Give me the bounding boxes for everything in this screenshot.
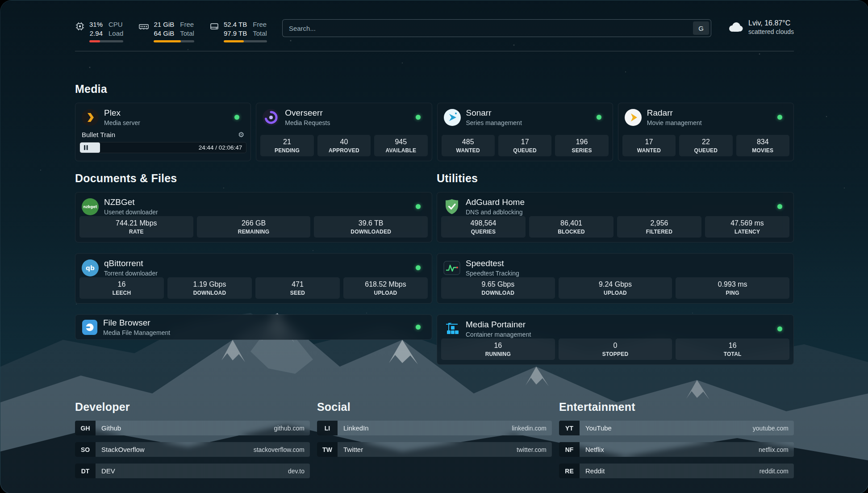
stat-series: 196 SERIES [555, 135, 608, 156]
cpu-icon [75, 21, 85, 31]
app-name-sonarr: Sonarr [466, 108, 522, 118]
app-name-filebrowser: File Browser [103, 318, 170, 328]
column-utilities: Utilities AdGuard Home DNS and adblocki [437, 172, 794, 376]
weather-location: Lviv, 16.87°C [748, 19, 794, 27]
cpu-label-1: CPU [108, 20, 123, 29]
overseerr-icon [262, 109, 280, 126]
cpu-label-2: Load [108, 29, 123, 38]
memory-label-2: Total [180, 29, 194, 38]
bookmark-abbr: DT [75, 464, 96, 478]
bookmark-name: StackOverflow [96, 446, 145, 453]
stat-available: 945 AVAILABLE [374, 135, 427, 156]
memory-label-1: Free [180, 20, 194, 29]
stat-stopped: 0 STOPPED [559, 338, 672, 360]
sonarr-icon [443, 109, 461, 126]
memory-widget: 21 GiB 64 GiB Free Total [138, 20, 194, 42]
app-name-radarr: Radarr [647, 108, 702, 118]
section-title-utilities: Utilities [437, 172, 794, 185]
plex-icon [81, 109, 99, 126]
bookmark-name: LinkedIn [338, 424, 369, 432]
status-dot-qbittorrent [416, 265, 421, 270]
playback-time: 24:44 / 02:06:47 [199, 144, 246, 151]
app-subtitle-adguard: DNS and adblocking [466, 209, 525, 216]
app-name-qbittorrent: qBittorrent [104, 259, 158, 268]
card-plex[interactable]: Plex Media server Bullet Train ⚙ [75, 103, 251, 161]
bookmark-url: twitter.com [517, 446, 552, 453]
disk-total: 97.9 TB [224, 29, 247, 38]
bookmarks-grid: Developer GH Github github.com SO StackO… [75, 401, 794, 485]
memory-icon [138, 21, 149, 31]
middle-columns: Documents & Files nzbget NZBGet Usenet d [75, 172, 794, 376]
card-sonarr[interactable]: Sonarr Series management 485 WANTED 17 Q… [437, 103, 613, 161]
section-title-entertainment: Entertainment [559, 401, 794, 414]
status-dot-overseerr [416, 115, 421, 120]
stat-queries: 498,564 QUERIES [441, 216, 526, 238]
search-provider-button[interactable]: G [693, 21, 709, 35]
app-subtitle-speedtest: Speedtest Tracking [466, 270, 519, 277]
card-radarr[interactable]: Radarr Movie management 17 WANTED 22 QUE… [618, 103, 794, 161]
status-dot-sonarr [597, 115, 601, 120]
cpu-usage-bar [89, 40, 123, 42]
cpu-widget: 31% 2.94 CPU Load [75, 20, 123, 42]
bookmark-url: youtube.com [753, 425, 794, 432]
app-name-overseerr: Overseerr [285, 108, 330, 118]
stat-latency: 47.569 ms LATENCY [705, 216, 789, 238]
now-playing-title: Bullet Train [82, 131, 115, 138]
stat-upload: 9.24 Gbps UPLOAD [559, 277, 672, 299]
bookmarks-developer: Developer GH Github github.com SO StackO… [75, 401, 310, 485]
gear-icon[interactable]: ⚙ [238, 131, 244, 138]
svg-text:qb: qb [86, 264, 95, 272]
app-subtitle-sonarr: Series management [466, 119, 522, 126]
memory-total: 64 GiB [154, 29, 174, 38]
stat-queued: 22 QUEUED [679, 135, 732, 156]
portainer-icon [443, 320, 461, 338]
card-qbittorrent[interactable]: qb qBittorrent Torrent downloader 16 LEE… [75, 253, 432, 304]
status-dot-nzbget [416, 204, 421, 209]
stat-ping: 0.993 ms PING [676, 277, 789, 299]
section-title-documents: Documents & Files [75, 172, 432, 185]
app-subtitle-portainer: Container management [466, 331, 531, 338]
bookmark-url: stackoverflow.com [254, 446, 310, 453]
app-subtitle-qbittorrent: Torrent downloader [104, 270, 158, 277]
card-filebrowser[interactable]: File Browser Media File Management [75, 314, 432, 340]
bookmark-dev[interactable]: DT DEV dev.to [75, 464, 310, 478]
stat-approved: 40 APPROVED [317, 135, 371, 156]
media-card-grid: Plex Media server Bullet Train ⚙ [75, 103, 794, 161]
bookmark-stackoverflow[interactable]: SO StackOverflow stackoverflow.com [75, 442, 310, 457]
dashboard-screen: 31% 2.94 CPU Load [0, 0, 868, 493]
dashboard-content: 31% 2.94 CPU Load [0, 0, 868, 493]
bookmark-netflix[interactable]: NF Netflix netflix.com [559, 442, 794, 457]
bookmark-abbr: RE [559, 464, 580, 478]
bookmark-abbr: LI [317, 421, 338, 435]
pause-icon[interactable] [84, 145, 88, 150]
plex-progress-bar[interactable]: 24:44 / 02:06:47 [79, 142, 246, 153]
disk-free: 52.4 TB [224, 20, 247, 29]
bookmark-abbr: SO [75, 442, 96, 457]
search-input[interactable] [283, 25, 693, 32]
card-speedtest[interactable]: Speedtest Speedtest Tracking 9.65 Gbps D… [437, 253, 794, 304]
bookmark-linkedin[interactable]: LI LinkedIn linkedin.com [317, 421, 552, 435]
card-adguard[interactable]: AdGuard Home DNS and adblocking 498,564 … [437, 192, 794, 242]
bookmark-reddit[interactable]: RE Reddit reddit.com [559, 464, 794, 478]
card-portainer[interactable]: Media Portainer Container management 16 … [437, 314, 794, 365]
stat-total: 16 TOTAL [676, 338, 789, 360]
status-dot-portainer [777, 326, 782, 331]
bookmark-github[interactable]: GH Github github.com [75, 421, 310, 435]
app-name-plex: Plex [104, 108, 140, 118]
weather-widget: Lviv, 16.87°C scattered clouds [726, 19, 794, 35]
section-title-social: Social [317, 401, 552, 414]
topbar-divider [75, 51, 794, 51]
stat-remaining: 266 GB REMAINING [197, 216, 311, 238]
bookmark-url: linkedin.com [512, 425, 552, 432]
bookmark-twitter[interactable]: TW Twitter twitter.com [317, 442, 552, 457]
bookmark-youtube[interactable]: YT YouTube youtube.com [559, 421, 794, 435]
app-subtitle-filebrowser: Media File Management [103, 329, 170, 336]
card-overseerr[interactable]: Overseerr Media Requests 21 PENDING 40 A… [256, 103, 432, 161]
stat-seed: 471 SEED [255, 277, 340, 299]
app-name-adguard: AdGuard Home [466, 197, 525, 207]
bookmark-url: netflix.com [759, 446, 794, 453]
disk-label-2: Total [253, 29, 267, 38]
app-subtitle-overseerr: Media Requests [285, 119, 330, 126]
card-nzbget[interactable]: nzbget NZBGet Usenet downloader 744.21 M… [75, 192, 432, 242]
search-bar: G [282, 19, 711, 37]
